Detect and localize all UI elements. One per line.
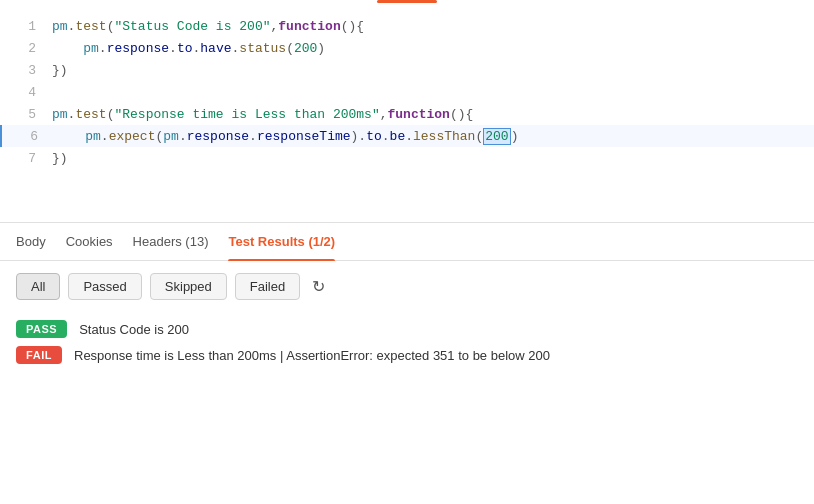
filter-btn-failed[interactable]: Failed [235, 273, 300, 300]
tab-cookies[interactable]: Cookies [66, 223, 113, 261]
token-punct: ). [351, 129, 367, 144]
token-punct: }) [52, 151, 68, 166]
tab-body[interactable]: Body [16, 223, 46, 261]
line-content: pm.test("Response time is Less than 200m… [52, 107, 473, 122]
line-number: 5 [12, 107, 36, 122]
tabs-bar: BodyCookiesHeaders (13)Test Results (1/2… [0, 223, 814, 261]
token-kw-purple: function [388, 107, 450, 122]
line-number: 2 [12, 41, 36, 56]
token-str-green: "Status Code is 200" [114, 19, 270, 34]
token-punct: (){ [341, 19, 364, 34]
token-punct: , [380, 107, 388, 122]
token-fn-yellow: test [75, 19, 106, 34]
line-content: pm.expect(pm.response.responseTime).to.b… [54, 129, 518, 144]
code-line-4: 4 [0, 81, 814, 103]
accent-line [377, 0, 437, 3]
result-text: Status Code is 200 [79, 322, 189, 337]
token-punct: . [169, 41, 177, 56]
token-param-blue: to [177, 41, 193, 56]
code-line-3: 3}) [0, 59, 814, 81]
token-param-blue: responseTime [257, 129, 351, 144]
line-content: }) [52, 63, 68, 78]
line-number: 7 [12, 151, 36, 166]
token-fn-yellow: status [239, 41, 286, 56]
code-line-7: 7}) [0, 147, 814, 169]
line-number: 3 [12, 63, 36, 78]
bottom-panel: BodyCookiesHeaders (13)Test Results (1/2… [0, 223, 814, 372]
token-punct: . [382, 129, 390, 144]
cursor-highlight: 200 [483, 128, 510, 145]
token-num-green: 200 [294, 41, 317, 56]
line-content: }) [52, 151, 68, 166]
result-row-pass-1: PASSStatus Code is 200 [16, 320, 798, 338]
tab-headers[interactable]: Headers (13) [133, 223, 209, 261]
token-punct: ) [511, 129, 519, 144]
result-badge-fail: FAIL [16, 346, 62, 364]
token-punct: . [405, 129, 413, 144]
token-obj-cyan: pm [163, 129, 179, 144]
filter-btn-all[interactable]: All [16, 273, 60, 300]
token-param-blue: response [187, 129, 249, 144]
token-fn-yellow: expect [109, 129, 156, 144]
token-obj-cyan: pm [52, 107, 68, 122]
result-badge-pass: PASS [16, 320, 67, 338]
tab-test-results[interactable]: Test Results (1/2) [228, 223, 335, 261]
token-punct: }) [52, 63, 68, 78]
code-line-2: 2 pm.response.to.have.status(200) [0, 37, 814, 59]
token-fn-yellow: lessThan [413, 129, 475, 144]
token-obj-cyan: pm [83, 41, 99, 56]
token-punct: ( [286, 41, 294, 56]
token-kw-purple: function [278, 19, 340, 34]
token-param-blue: have [200, 41, 231, 56]
token-punct: . [179, 129, 187, 144]
line-content: pm.response.to.have.status(200) [52, 41, 325, 56]
code-editor: 1pm.test("Status Code is 200",function()… [0, 3, 814, 223]
code-line-1: 1pm.test("Status Code is 200",function()… [0, 15, 814, 37]
token-obj-cyan: pm [85, 129, 101, 144]
token-param-blue: be [390, 129, 406, 144]
filter-bar: AllPassedSkippedFailed↻ [0, 261, 814, 312]
code-line-6: 6 pm.expect(pm.response.responseTime).to… [0, 125, 814, 147]
token-punct: (){ [450, 107, 473, 122]
token-obj-cyan: pm [52, 19, 68, 34]
token-punct: . [249, 129, 257, 144]
token-param-blue: response [107, 41, 169, 56]
token-param-blue: to [366, 129, 382, 144]
result-text: Response time is Less than 200ms | Asser… [74, 348, 550, 363]
line-number: 6 [14, 129, 38, 144]
line-number: 4 [12, 85, 36, 100]
line-number: 1 [12, 19, 36, 34]
token-punct: ) [317, 41, 325, 56]
token-punct: . [99, 41, 107, 56]
refresh-icon[interactable]: ↻ [312, 277, 325, 296]
results-list: PASSStatus Code is 200FAILResponse time … [0, 312, 814, 372]
token-fn-yellow: test [75, 107, 106, 122]
filter-btn-passed[interactable]: Passed [68, 273, 141, 300]
filter-btn-skipped[interactable]: Skipped [150, 273, 227, 300]
code-line-5: 5pm.test("Response time is Less than 200… [0, 103, 814, 125]
top-accent-bar [0, 0, 814, 3]
token-punct: . [101, 129, 109, 144]
line-content: pm.test("Status Code is 200",function(){ [52, 19, 364, 34]
token-str-green: "Response time is Less than 200ms" [114, 107, 379, 122]
result-row-fail-1: FAILResponse time is Less than 200ms | A… [16, 346, 798, 364]
